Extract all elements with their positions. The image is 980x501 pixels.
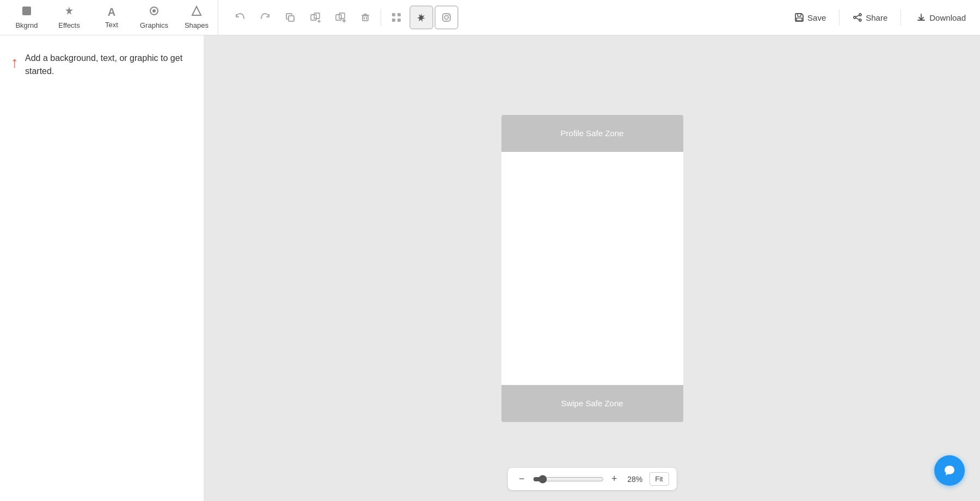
- nav-tabs: Bkgrnd Effects A Text Graphics: [5, 0, 218, 35]
- sidebar: ↑ Add a background, text, or graphic to …: [0, 35, 204, 501]
- tab-effects[interactable]: Effects: [48, 0, 90, 35]
- hint-arrow-icon: ↑: [11, 54, 19, 71]
- bkgrnd-icon: [21, 5, 32, 19]
- tab-bkgrnd[interactable]: Bkgrnd: [5, 0, 48, 35]
- tab-shapes[interactable]: Shapes: [175, 0, 218, 35]
- zoom-bar: − + 28% Fit: [507, 468, 676, 490]
- svg-point-16: [449, 15, 450, 16]
- svg-point-20: [854, 16, 856, 19]
- divider-1: [839, 9, 840, 26]
- swipe-safe-zone: Swipe Safe Zone: [501, 385, 683, 422]
- delete-button[interactable]: [353, 5, 377, 29]
- svg-rect-12: [392, 19, 395, 22]
- redo-button[interactable]: [253, 5, 277, 29]
- svg-rect-13: [397, 19, 401, 22]
- main: ↑ Add a background, text, or graphic to …: [0, 35, 980, 501]
- undo-button[interactable]: [228, 5, 252, 29]
- svg-point-19: [859, 14, 861, 16]
- zoom-slider[interactable]: [532, 475, 603, 484]
- svg-rect-5: [311, 15, 316, 20]
- toolbar-separator-1: [381, 9, 381, 26]
- svg-rect-9: [363, 16, 368, 21]
- share-button[interactable]: Share: [846, 8, 894, 27]
- download-label: Download: [929, 13, 966, 22]
- canvas-white[interactable]: [501, 152, 683, 385]
- hint-text: Add a background, text, or graphic to ge…: [25, 52, 193, 78]
- tab-text-label: Text: [105, 21, 118, 29]
- profile-safe-zone-label: Profile Safe Zone: [561, 129, 624, 138]
- svg-line-22: [856, 15, 859, 17]
- save-label: Save: [807, 13, 826, 22]
- zoom-in-button[interactable]: +: [608, 473, 621, 486]
- svg-rect-4: [289, 16, 294, 21]
- svg-point-15: [445, 16, 449, 20]
- sidebar-hint: ↑ Add a background, text, or graphic to …: [11, 52, 193, 78]
- svg-rect-18: [797, 18, 802, 21]
- divider-2: [901, 9, 901, 26]
- grid-button[interactable]: [384, 5, 408, 29]
- svg-marker-3: [192, 7, 201, 15]
- save-button[interactable]: Save: [788, 8, 832, 27]
- zoom-out-button[interactable]: −: [515, 473, 528, 486]
- swipe-safe-zone-label: Swipe Safe Zone: [561, 399, 623, 408]
- svg-rect-10: [392, 13, 395, 16]
- zoom-minus-icon: −: [519, 473, 525, 485]
- zoom-percent: 28%: [625, 475, 645, 484]
- zoom-fit-button[interactable]: Fit: [649, 472, 669, 486]
- svg-point-21: [859, 19, 861, 21]
- layer-down-button[interactable]: [303, 5, 327, 29]
- layer-up-button[interactable]: [328, 5, 352, 29]
- zoom-plus-icon: +: [611, 473, 617, 485]
- shapes-icon: [191, 5, 202, 19]
- chat-bubble[interactable]: [934, 455, 965, 486]
- svg-point-2: [152, 9, 156, 13]
- tab-graphics-label: Graphics: [140, 21, 168, 29]
- magic-button[interactable]: [409, 5, 433, 29]
- instagram-button[interactable]: [434, 5, 458, 29]
- toolbar-right: Save Share Download: [788, 8, 975, 27]
- design-wrapper: Profile Safe Zone Swipe Safe Zone: [501, 115, 683, 422]
- tab-text[interactable]: A Text: [90, 0, 133, 35]
- tab-bkgrnd-label: Bkgrnd: [15, 21, 38, 29]
- tab-effects-label: Effects: [58, 21, 80, 29]
- graphics-icon: [149, 5, 160, 19]
- effects-icon: [64, 5, 75, 19]
- tab-graphics[interactable]: Graphics: [133, 0, 175, 35]
- toolbar-actions: [220, 5, 786, 29]
- svg-rect-8: [339, 13, 345, 19]
- svg-line-23: [856, 18, 859, 20]
- svg-rect-7: [336, 15, 341, 20]
- text-icon: A: [108, 6, 115, 19]
- copy-button[interactable]: [278, 5, 302, 29]
- svg-rect-6: [314, 13, 320, 19]
- download-button[interactable]: Download: [908, 8, 975, 27]
- share-label: Share: [866, 13, 887, 22]
- svg-rect-11: [397, 13, 401, 16]
- canvas-area: Profile Safe Zone Swipe Safe Zone − + 28…: [204, 35, 980, 501]
- svg-rect-0: [22, 7, 31, 15]
- profile-safe-zone: Profile Safe Zone: [501, 115, 683, 152]
- toolbar: Bkgrnd Effects A Text Graphics: [0, 0, 980, 35]
- tab-shapes-label: Shapes: [185, 21, 209, 29]
- svg-rect-17: [798, 14, 801, 16]
- zoom-fit-label: Fit: [655, 475, 663, 483]
